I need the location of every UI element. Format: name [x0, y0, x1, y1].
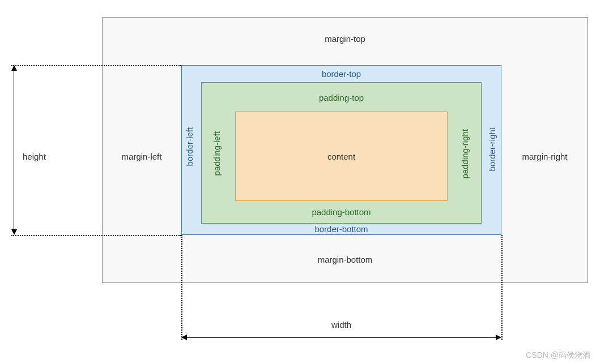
content-label: content: [327, 152, 355, 161]
width-dim-line: [184, 337, 499, 338]
content-box: content: [235, 112, 448, 201]
margin-bottom-label: margin-bottom: [102, 255, 588, 264]
guide-height-top: [11, 65, 181, 66]
width-label: width: [181, 320, 501, 329]
height-arrow-down: [11, 229, 17, 235]
height-arrow-up: [11, 65, 17, 71]
height-dim-line: [14, 68, 14, 232]
border-left-label: border-left: [185, 127, 194, 166]
padding-bottom-label: padding-bottom: [201, 207, 482, 217]
padding-left-label: padding-left: [212, 131, 222, 175]
margin-right-label: margin-right: [501, 152, 588, 161]
border-top-label: border-top: [181, 69, 501, 79]
watermark: CSDN @码侯烧酒: [526, 350, 590, 361]
border-right-label: border-right: [487, 127, 497, 172]
width-arrow-right: [496, 335, 501, 340]
guide-height-bottom: [11, 235, 181, 236]
height-label: height: [23, 152, 46, 161]
width-arrow-left: [181, 335, 187, 340]
margin-left-label: margin-left: [102, 152, 181, 161]
padding-top-label: padding-top: [201, 93, 482, 102]
guide-width-right: [501, 235, 503, 340]
padding-right-label: padding-right: [460, 129, 470, 179]
box-model-diagram: content margin-top margin-left margin-ri…: [0, 0, 596, 364]
border-bottom-label: border-bottom: [181, 224, 501, 234]
margin-top-label: margin-top: [102, 34, 588, 44]
